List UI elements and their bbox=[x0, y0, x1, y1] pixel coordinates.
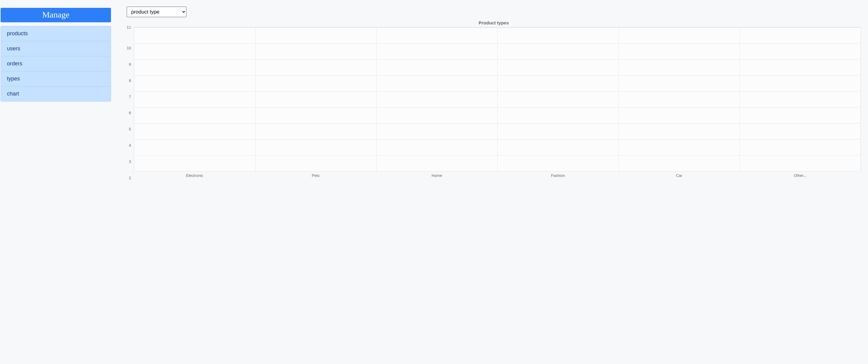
x-tick: Electronic bbox=[134, 173, 255, 178]
sidebar-item-users[interactable]: users bbox=[1, 41, 111, 56]
y-tick: 7 bbox=[129, 94, 131, 99]
sidebar-menu: products users orders types chart bbox=[1, 26, 111, 102]
x-tick: Home bbox=[376, 173, 498, 178]
chart-title: Product types bbox=[127, 20, 861, 25]
x-tick: Other... bbox=[740, 173, 861, 178]
y-tick: 3 bbox=[129, 159, 131, 164]
x-tick: Car bbox=[619, 173, 740, 178]
y-tick: 2 bbox=[129, 175, 131, 180]
x-axis: ElectronicPetsHomeFashionCarOther... bbox=[134, 173, 861, 178]
chart-controls: product type bbox=[127, 7, 861, 17]
y-tick: 4 bbox=[129, 143, 131, 147]
y-axis: 111098765432 bbox=[127, 27, 134, 178]
y-tick: 8 bbox=[129, 78, 131, 82]
y-tick: 9 bbox=[129, 62, 131, 66]
x-tick: Fashion bbox=[497, 173, 619, 178]
y-tick: 6 bbox=[129, 110, 131, 115]
sidebar-item-chart[interactable]: chart bbox=[1, 87, 111, 101]
sidebar-item-orders[interactable]: orders bbox=[1, 56, 111, 71]
sidebar-title: Manage bbox=[1, 8, 111, 22]
sidebar: Manage products users orders types chart bbox=[0, 0, 112, 364]
plot-area bbox=[134, 27, 861, 171]
y-tick: 10 bbox=[127, 45, 131, 50]
chart: Product types 111098765432 ElectronicPet… bbox=[127, 20, 861, 178]
sidebar-item-types[interactable]: types bbox=[1, 71, 111, 87]
chart-type-select[interactable]: product type bbox=[127, 7, 186, 17]
y-tick: 5 bbox=[129, 127, 131, 131]
sidebar-item-products[interactable]: products bbox=[1, 26, 111, 41]
x-tick: Pets bbox=[255, 173, 376, 178]
y-tick: 11 bbox=[127, 25, 131, 30]
main-panel: product type Product types 111098765432 … bbox=[112, 0, 868, 364]
